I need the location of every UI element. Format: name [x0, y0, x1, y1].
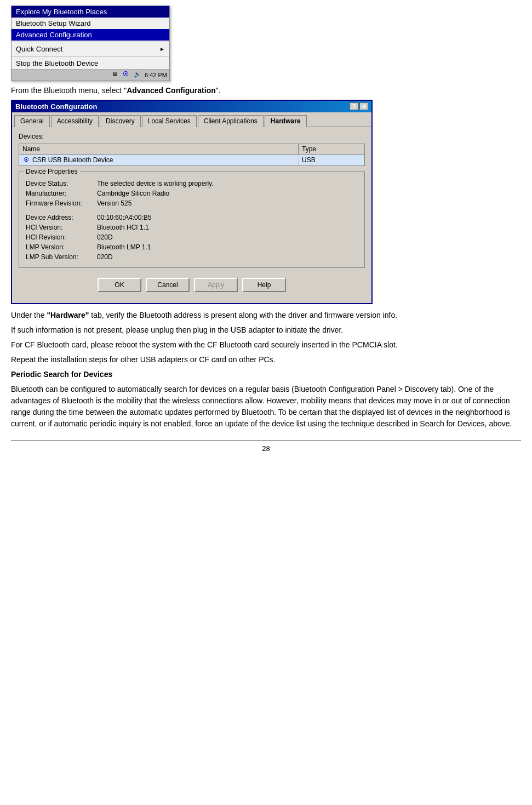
bluetooth-config-dialog: Bluetooth Configuration ? ✕ General Acce… — [11, 100, 373, 304]
instruction-text: From the Bluetooth menu, select "Advance… — [11, 85, 521, 96]
groupbox-legend: Device Properties — [24, 168, 80, 175]
help-button-title[interactable]: ? — [350, 102, 358, 110]
prop-hci-version: HCI Version: Bluetooth HCI 1.1 — [26, 224, 358, 231]
ok-button[interactable]: OK — [98, 278, 141, 292]
dialog-content: Devices: Name Type ⦿ CSR USB Bluetooth D… — [12, 127, 371, 303]
tab-hardware[interactable]: Hardware — [265, 115, 307, 127]
body-p1-bold: "Hardware" — [47, 311, 89, 319]
col-header-name: Name — [19, 144, 299, 154]
device-name-cell: ⦿ CSR USB Bluetooth Device — [19, 155, 299, 165]
prop-value-firmware-revision: Version 525 — [97, 199, 131, 207]
devices-table: Name Type ⦿ CSR USB Bluetooth Device USB — [19, 144, 365, 166]
dialog-tabs: General Accessibility Discovery Local Se… — [12, 112, 371, 127]
tab-accessibility[interactable]: Accessibility — [51, 115, 99, 127]
menu-item-explore[interactable]: Explore My Bluetooth Places — [12, 6, 169, 18]
body-heading-periodic-text: Periodic Search for Devices — [11, 370, 112, 379]
menu-item-quick-connect-label: Quick Connect — [16, 45, 62, 53]
taskbar-bluetooth-icon: ⦿ — [123, 71, 131, 79]
col-header-type: Type — [299, 144, 364, 154]
prop-hci-revision: HCI Revision: 020D — [26, 233, 358, 241]
body-paragraph-6: Bluetooth can be configured to automatic… — [11, 384, 521, 430]
menu-item-setup-wizard-label: Bluetooth Setup Wizard — [16, 19, 91, 27]
menu-item-quick-connect[interactable]: Quick Connect ► — [12, 43, 169, 55]
prop-value-device-address: 00:10:60:A4:00:B5 — [97, 214, 151, 221]
menu-divider-2 — [12, 56, 169, 56]
prop-value-manufacturer: Cambridge Silicon Radio — [97, 190, 169, 197]
tab-general[interactable]: General — [14, 115, 50, 127]
body-paragraph-2: If such information is not present, plea… — [11, 324, 521, 336]
menu-item-explore-label: Explore My Bluetooth Places — [16, 8, 107, 16]
apply-button[interactable]: Apply — [194, 278, 238, 292]
prop-value-lmp-sub-version: 020D — [97, 253, 113, 261]
cancel-button[interactable]: Cancel — [146, 278, 190, 292]
menu-item-advanced-config-label: Advanced Configuration — [16, 31, 92, 39]
page-number: 28 — [11, 441, 521, 453]
titlebar-buttons: ? ✕ — [350, 102, 368, 110]
instruction-after: ". — [216, 86, 221, 95]
taskbar-volume-icon: 🔊 — [134, 71, 142, 79]
body-p1-before: Under the — [11, 311, 47, 319]
menu-item-setup-wizard[interactable]: Bluetooth Setup Wizard — [12, 18, 169, 29]
help-button[interactable]: Help — [242, 278, 286, 292]
prop-lmp-sub-version: LMP Sub Version: 020D — [26, 253, 358, 261]
prop-label-hci-revision: HCI Revision: — [26, 233, 97, 241]
prop-device-address: Device Address: 00:10:60:A4:00:B5 — [26, 214, 358, 221]
instruction-before: From the Bluetooth menu, select " — [11, 86, 127, 95]
device-type-cell: USB — [299, 155, 364, 165]
taskbar-time: 6:42 PM — [145, 72, 167, 78]
prop-label-lmp-version: LMP Version: — [26, 243, 97, 251]
prop-label-firmware-revision: Firmware Revision: — [26, 199, 97, 207]
tab-client-applications[interactable]: Client Applications — [198, 115, 264, 127]
menu-divider — [12, 42, 169, 42]
menu-item-stop[interactable]: Stop the Bluetooth Device — [12, 58, 169, 69]
menu-item-stop-label: Stop the Bluetooth Device — [16, 59, 98, 67]
body-paragraph-1: Under the "Hardware" tab, verify the Blu… — [11, 310, 521, 321]
tab-local-services[interactable]: Local Services — [142, 115, 197, 127]
prop-label-device-address: Device Address: — [26, 214, 97, 221]
prop-manufacturer: Manufacturer: Cambridge Silicon Radio — [26, 190, 358, 197]
device-properties-groupbox: Device Properties Device Status: The sel… — [19, 172, 365, 268]
menu-item-advanced-config[interactable]: Advanced Configuration — [12, 29, 169, 41]
prop-label-lmp-sub-version: LMP Sub Version: — [26, 253, 97, 261]
prop-label-device-status: Device Status: — [26, 180, 97, 187]
tab-discovery[interactable]: Discovery — [100, 115, 141, 127]
body-paragraph-4: Repeat the installation steps for other … — [11, 354, 521, 366]
body-paragraph-3: For CF Bluetooth card, please reboot the… — [11, 339, 521, 351]
context-menu-area: Explore My Bluetooth Places Bluetooth Se… — [11, 5, 521, 81]
submenu-arrow-icon: ► — [159, 46, 165, 52]
prop-value-device-status: The selected device is working properly. — [97, 180, 214, 187]
devices-label: Devices: — [19, 133, 365, 140]
prop-value-hci-revision: 020D — [97, 233, 113, 241]
prop-value-lmp-version: Bluetooth LMP 1.1 — [97, 243, 151, 251]
prop-lmp-version: LMP Version: Bluetooth LMP 1.1 — [26, 243, 358, 251]
taskbar-monitor-icon: 🖥 — [112, 71, 121, 79]
body-p1-after: tab, verify the Bluetooth address is pre… — [89, 311, 397, 319]
context-menu[interactable]: Explore My Bluetooth Places Bluetooth Se… — [11, 5, 170, 81]
prop-label-hci-version: HCI Version: — [26, 224, 97, 231]
instruction-bold: Advanced Configuration — [127, 86, 216, 95]
bluetooth-device-icon: ⦿ — [22, 156, 30, 164]
table-row[interactable]: ⦿ CSR USB Bluetooth Device USB — [19, 155, 364, 165]
prop-spacer — [26, 209, 358, 214]
prop-value-hci-version: Bluetooth HCI 1.1 — [97, 224, 149, 231]
taskbar-area: 🖥 ⦿ 🔊 6:42 PM — [12, 69, 169, 81]
prop-label-manufacturer: Manufacturer: — [26, 190, 97, 197]
dialog-title: Bluetooth Configuration — [15, 102, 97, 111]
close-button-title[interactable]: ✕ — [359, 102, 368, 110]
page-number-value: 28 — [262, 444, 270, 453]
body-heading-periodic: Periodic Search for Devices — [11, 369, 521, 380]
dialog-buttons: OK Cancel Apply Help — [19, 273, 365, 298]
devices-table-header: Name Type — [19, 144, 364, 155]
dialog-titlebar: Bluetooth Configuration ? ✕ — [12, 101, 371, 112]
prop-firmware-revision: Firmware Revision: Version 525 — [26, 199, 358, 207]
prop-device-status: Device Status: The selected device is wo… — [26, 180, 358, 187]
